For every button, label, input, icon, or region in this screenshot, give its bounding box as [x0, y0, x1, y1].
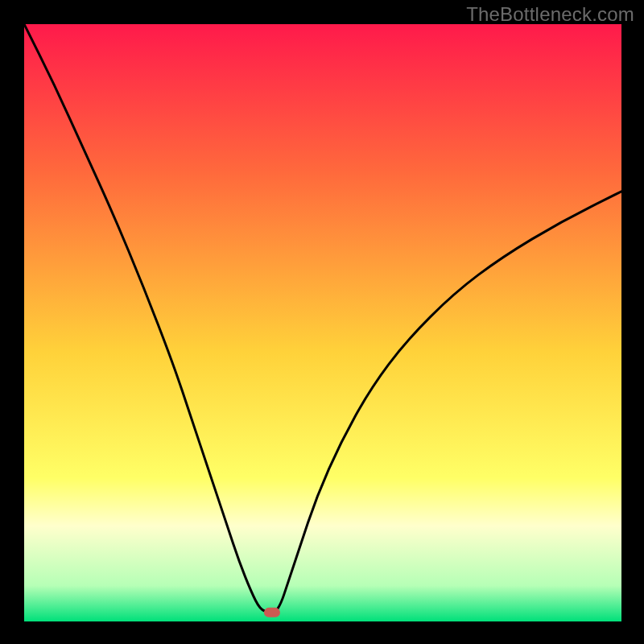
chart-svg [24, 24, 621, 621]
optimal-point-marker [264, 608, 280, 617]
watermark-text: TheBottleneck.com [466, 3, 634, 26]
gradient-background [24, 24, 621, 621]
chart-frame: TheBottleneck.com [0, 0, 644, 644]
plot-area [24, 24, 621, 621]
